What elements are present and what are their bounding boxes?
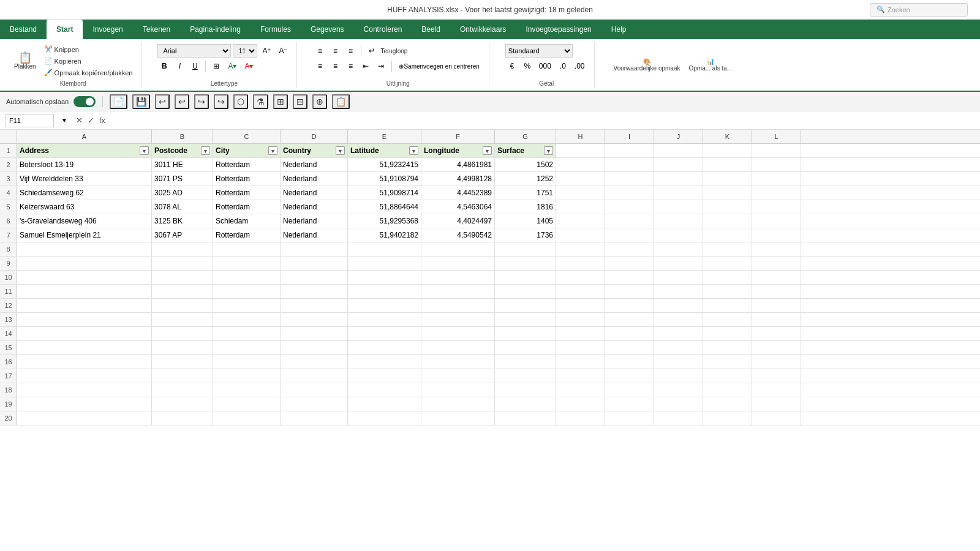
cell-d1[interactable]: Country ▼ bbox=[281, 144, 348, 157]
italic-button[interactable]: I bbox=[173, 59, 186, 73]
cell-L9[interactable] bbox=[752, 257, 801, 270]
cell-J3[interactable] bbox=[654, 172, 703, 186]
cell-D2[interactable]: Nederland bbox=[281, 158, 348, 171]
insert-function-icon[interactable]: fx bbox=[98, 116, 107, 125]
cell-F20[interactable] bbox=[421, 411, 495, 425]
search-box[interactable]: 🔍 Zoeken bbox=[870, 3, 968, 17]
fill-color-button[interactable]: A▾ bbox=[225, 59, 239, 73]
cell-E3[interactable]: 51,9108794 bbox=[348, 172, 421, 186]
cell-G18[interactable] bbox=[495, 383, 556, 397]
save-btn[interactable]: 💾 bbox=[132, 94, 150, 109]
cell-reference-box[interactable]: F11 bbox=[5, 114, 54, 127]
align-middle-btn[interactable]: ≡ bbox=[328, 44, 342, 58]
decimal-inc-btn[interactable]: .0 bbox=[556, 59, 570, 73]
ribbon-tab-invoegen[interactable]: Invoegen bbox=[83, 20, 132, 39]
cell-A16[interactable] bbox=[17, 355, 152, 369]
cell-C18[interactable] bbox=[213, 383, 281, 397]
cell-L11[interactable] bbox=[752, 285, 801, 298]
cell-L19[interactable] bbox=[752, 397, 801, 411]
cell-H7[interactable] bbox=[556, 228, 605, 242]
cell-J20[interactable] bbox=[654, 411, 703, 425]
cell-D3[interactable]: Nederland bbox=[281, 172, 348, 186]
filter-a1[interactable]: ▼ bbox=[140, 146, 149, 155]
cell-G5[interactable]: 1816 bbox=[495, 200, 556, 214]
cell-K18[interactable] bbox=[703, 383, 752, 397]
cell-C9[interactable] bbox=[213, 257, 281, 270]
cell-J12[interactable] bbox=[654, 299, 703, 312]
cell-G12[interactable] bbox=[495, 299, 556, 312]
cell-I17[interactable] bbox=[605, 369, 654, 383]
row-num-12[interactable]: 12 bbox=[0, 299, 17, 312]
cell-A3[interactable]: Vijf Werelddelen 33 bbox=[17, 172, 152, 186]
cell-H19[interactable] bbox=[556, 397, 605, 411]
cell-F8[interactable] bbox=[421, 242, 495, 256]
cell-B10[interactable] bbox=[152, 271, 213, 284]
cell-E7[interactable]: 51,9402182 bbox=[348, 228, 421, 242]
cell-F6[interactable]: 4,4024497 bbox=[421, 214, 495, 228]
cell-A14[interactable] bbox=[17, 327, 152, 340]
cell-J16[interactable] bbox=[654, 355, 703, 369]
cell-C20[interactable] bbox=[213, 411, 281, 425]
filter-b1[interactable]: ▼ bbox=[201, 146, 210, 155]
cell-E10[interactable] bbox=[348, 271, 421, 284]
cell-F19[interactable] bbox=[421, 397, 495, 411]
cell-I7[interactable] bbox=[605, 228, 654, 242]
cell-D6[interactable]: Nederland bbox=[281, 214, 348, 228]
cell-K7[interactable] bbox=[703, 228, 752, 242]
ribbon-tab-beeld[interactable]: Beeld bbox=[412, 20, 450, 39]
cell-g1[interactable]: Surface ▼ bbox=[495, 144, 556, 157]
cell-B19[interactable] bbox=[152, 397, 213, 411]
filter-btn[interactable]: ⚗ bbox=[253, 94, 268, 109]
cell-C11[interactable] bbox=[213, 285, 281, 298]
cell-G10[interactable] bbox=[495, 271, 556, 284]
cell-A7[interactable]: Samuel Esmeijerplein 21 bbox=[17, 228, 152, 242]
cell-B12[interactable] bbox=[152, 299, 213, 312]
cell-I15[interactable] bbox=[605, 341, 654, 354]
cell-k1[interactable] bbox=[703, 144, 752, 157]
cell-H2[interactable] bbox=[556, 158, 605, 171]
cell-K9[interactable] bbox=[703, 257, 752, 270]
indent-less-btn[interactable]: ⇤ bbox=[359, 59, 372, 73]
cell-J10[interactable] bbox=[654, 271, 703, 284]
cell-E19[interactable] bbox=[348, 397, 421, 411]
cell-E18[interactable] bbox=[348, 383, 421, 397]
cell-B18[interactable] bbox=[152, 383, 213, 397]
cell-D10[interactable] bbox=[281, 271, 348, 284]
cell-H3[interactable] bbox=[556, 172, 605, 186]
underline-button[interactable]: U bbox=[188, 59, 202, 73]
row-num-14[interactable]: 14 bbox=[0, 327, 17, 340]
col-header-h[interactable]: H bbox=[556, 130, 605, 143]
cell-F5[interactable]: 4,5463064 bbox=[421, 200, 495, 214]
cell-C2[interactable]: Rotterdam bbox=[213, 158, 281, 171]
cell-K4[interactable] bbox=[703, 186, 752, 200]
align-right-btn[interactable]: ≡ bbox=[344, 59, 357, 73]
cell-A18[interactable] bbox=[17, 383, 152, 397]
cell-D17[interactable] bbox=[281, 369, 348, 383]
cell-K3[interactable] bbox=[703, 172, 752, 186]
col-header-l[interactable]: L bbox=[752, 130, 801, 143]
col-header-e[interactable]: E bbox=[348, 130, 421, 143]
cell-i1[interactable] bbox=[605, 144, 654, 157]
cell-L17[interactable] bbox=[752, 369, 801, 383]
filter-f1[interactable]: ▼ bbox=[483, 146, 492, 155]
cell-J7[interactable] bbox=[654, 228, 703, 242]
cell-B4[interactable]: 3025 AD bbox=[152, 186, 213, 200]
cell-B14[interactable] bbox=[152, 327, 213, 340]
cell-L3[interactable] bbox=[752, 172, 801, 186]
cell-F12[interactable] bbox=[421, 299, 495, 312]
cell-K16[interactable] bbox=[703, 355, 752, 369]
font-name-select[interactable]: Arial bbox=[157, 44, 231, 58]
cell-j1[interactable] bbox=[654, 144, 703, 157]
currency-btn[interactable]: € bbox=[505, 59, 519, 73]
cell-H8[interactable] bbox=[556, 242, 605, 256]
cell-F17[interactable] bbox=[421, 369, 495, 383]
cell-b1[interactable]: Postcode ▼ bbox=[152, 144, 213, 157]
cell-I8[interactable] bbox=[605, 242, 654, 256]
ribbon-tab-start[interactable]: Start bbox=[47, 20, 83, 39]
cell-K20[interactable] bbox=[703, 411, 752, 425]
cell-E2[interactable]: 51,9232415 bbox=[348, 158, 421, 171]
cell-B6[interactable]: 3125 BK bbox=[152, 214, 213, 228]
cell-B9[interactable] bbox=[152, 257, 213, 270]
cell-C13[interactable] bbox=[213, 313, 281, 326]
cell-I2[interactable] bbox=[605, 158, 654, 171]
